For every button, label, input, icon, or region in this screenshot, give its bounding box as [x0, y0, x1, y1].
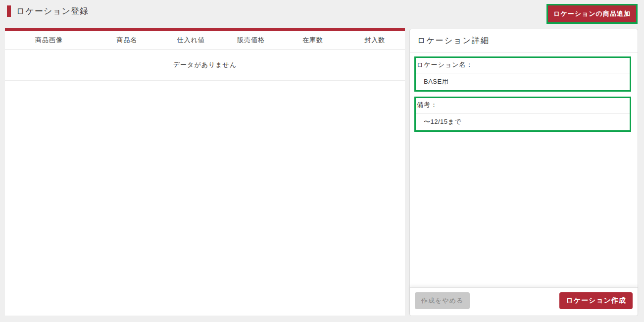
product-table-header-row: 商品画像 商品名 仕入れ値 販売価格 在庫数 封入数: [5, 31, 405, 50]
title-accent-bar: [7, 5, 11, 17]
location-name-field-group: ロケーション名： BASE用: [414, 56, 631, 92]
product-table-panel: 商品画像 商品名 仕入れ値 販売価格 在庫数 封入数 データがありません: [5, 28, 405, 316]
location-name-input[interactable]: BASE用: [416, 73, 630, 90]
remarks-field-group: 備考： 〜12/15まで: [414, 97, 631, 132]
create-location-button[interactable]: ロケーション作成: [559, 292, 633, 309]
add-products-button-highlight: ロケーションの商品追加: [546, 4, 638, 24]
add-products-button[interactable]: ロケーションの商品追加: [548, 5, 636, 22]
location-name-label: ロケーション名：: [416, 58, 630, 73]
page-title: ロケーション登録: [16, 5, 89, 17]
cancel-creation-button[interactable]: 作成をやめる: [415, 292, 470, 309]
detail-panel-body: ロケーション名： BASE用 備考： 〜12/15まで: [410, 53, 638, 287]
detail-panel-footer: 作成をやめる ロケーション作成: [410, 287, 638, 316]
location-detail-panel: ロケーション詳細 ロケーション名： BASE用 備考： 〜12/15まで 作成を…: [409, 29, 638, 316]
detail-panel-title: ロケーション詳細: [410, 29, 638, 53]
remarks-input[interactable]: 〜12/15まで: [416, 113, 630, 130]
column-header-enclosed-count: 封入数: [345, 36, 405, 45]
page-header: ロケーション登録: [7, 5, 89, 17]
column-header-purchase-price: 仕入れ値: [161, 36, 221, 45]
column-header-stock-count: 在庫数: [281, 36, 345, 45]
column-header-selling-price: 販売価格: [221, 36, 281, 45]
table-empty-message: データがありません: [5, 50, 405, 81]
column-header-product-image: 商品画像: [5, 36, 93, 45]
column-header-product-name: 商品名: [93, 36, 161, 45]
remarks-label: 備考：: [416, 98, 630, 113]
